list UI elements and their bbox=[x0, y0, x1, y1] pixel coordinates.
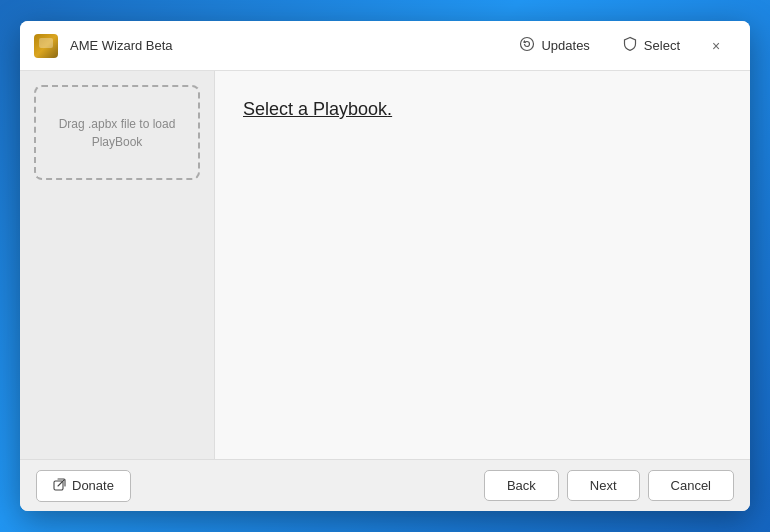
titlebar: AME Wizard Beta Updates bbox=[20, 21, 750, 71]
footer: Donate Back Next Cancel bbox=[20, 459, 750, 511]
app-title: AME Wizard Beta bbox=[70, 38, 173, 53]
donate-icon bbox=[53, 478, 66, 494]
close-button[interactable]: × bbox=[702, 32, 730, 60]
sidebar: Drag .apbx file to load PlayBook bbox=[20, 71, 215, 459]
dropzone-text: Drag .apbx file to load PlayBook bbox=[46, 115, 188, 151]
donate-button[interactable]: Donate bbox=[36, 470, 131, 502]
back-button[interactable]: Back bbox=[484, 470, 559, 501]
cancel-button[interactable]: Cancel bbox=[648, 470, 734, 501]
updates-button[interactable]: Updates bbox=[505, 30, 603, 62]
svg-point-0 bbox=[521, 37, 534, 50]
select-label: Select bbox=[644, 38, 680, 53]
content-area: Drag .apbx file to load PlayBook Select … bbox=[20, 71, 750, 459]
titlebar-actions: Updates Select × bbox=[505, 30, 730, 62]
main-heading: Select a Playbook. bbox=[243, 99, 722, 120]
select-button[interactable]: Select bbox=[608, 30, 694, 62]
footer-right: Back Next Cancel bbox=[484, 470, 734, 501]
next-button[interactable]: Next bbox=[567, 470, 640, 501]
dropzone[interactable]: Drag .apbx file to load PlayBook bbox=[34, 85, 200, 180]
title-playbook: Playbook bbox=[313, 99, 387, 119]
donate-label: Donate bbox=[72, 478, 114, 493]
title-prefix: Select a bbox=[243, 99, 313, 119]
main-content: Select a Playbook. bbox=[215, 71, 750, 459]
app-window: AME Wizard Beta Updates bbox=[20, 21, 750, 511]
footer-left: Donate bbox=[36, 470, 476, 502]
updates-icon bbox=[519, 36, 535, 56]
shield-icon bbox=[622, 36, 638, 56]
app-logo bbox=[32, 32, 60, 60]
updates-label: Updates bbox=[541, 38, 589, 53]
title-suffix: . bbox=[387, 99, 392, 119]
